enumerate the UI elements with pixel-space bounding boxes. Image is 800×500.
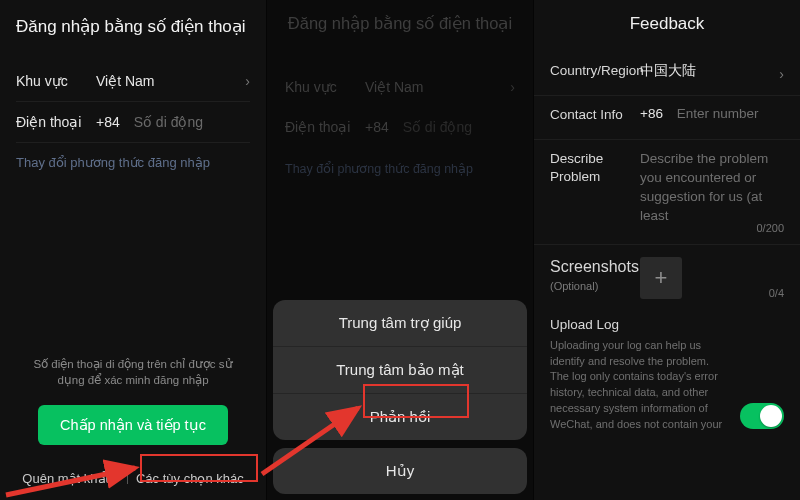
page-title: Đăng nhập bằng số điện thoại	[0, 0, 266, 37]
feedback-describe-row[interactable]: Describe Problem Describe the problem yo…	[534, 140, 800, 245]
region-label: Khu vực	[16, 73, 88, 89]
phone-row[interactable]: Điện thoại +84 Số di động	[0, 102, 266, 142]
accept-continue-button[interactable]: Chấp nhận và tiếp tục	[38, 405, 228, 445]
screenshots-optional: (Optional)	[550, 279, 632, 293]
sheet-security-center[interactable]: Trung tâm bảo mật	[273, 347, 527, 393]
describe-counter: 0/200	[756, 222, 784, 234]
contact-label: Contact Info	[550, 106, 632, 124]
sheet-help-center[interactable]: Trung tâm trợ giúp	[273, 300, 527, 346]
switch-login-method-link[interactable]: Thay đổi phương thức đăng nhập	[0, 143, 266, 170]
login-panel-with-sheet: Đăng nhập bằng số điện thoại Khu vực Việ…	[267, 0, 534, 500]
toggle-knob	[760, 405, 782, 427]
upload-log-label: Upload Log	[550, 317, 784, 332]
phone-input-wrap[interactable]: +84 Số di động	[88, 114, 250, 130]
feedback-region-row[interactable]: Country/Region 中国大陆 ›	[534, 52, 800, 96]
region-row[interactable]: Khu vực Việt Nam ›	[0, 61, 266, 101]
contact-prefix: +86	[640, 106, 663, 121]
sheet-feedback[interactable]: Phản hồi	[273, 394, 527, 440]
upload-log-toggle[interactable]	[740, 403, 784, 429]
add-screenshot-button[interactable]: +	[640, 257, 682, 299]
feedback-upload-log-row: Upload Log Uploading your log can help u…	[534, 305, 800, 450]
feedback-panel: Feedback Country/Region 中国大陆 › Contact I…	[534, 0, 800, 500]
action-sheet: Trung tâm trợ giúp Trung tâm bảo mật Phả…	[273, 300, 527, 494]
feedback-screenshots-row: Screenshots (Optional) + 0/4	[534, 245, 800, 305]
chevron-right-icon: ›	[779, 66, 784, 82]
phone-prefix: +84	[96, 114, 120, 130]
contact-placeholder: Enter number	[677, 106, 759, 121]
phone-label: Điện thoại	[16, 114, 88, 130]
disclaimer-text: Số điện thoại di động trên chỉ được sử d…	[16, 356, 250, 389]
chevron-right-icon: ›	[245, 73, 250, 89]
region-label: Country/Region	[550, 62, 632, 80]
feedback-contact-row[interactable]: Contact Info +86 Enter number	[534, 96, 800, 140]
describe-label: Describe Problem	[550, 150, 632, 185]
screenshots-label: Screenshots	[550, 258, 639, 275]
region-value: Việt Nam	[88, 73, 245, 89]
feedback-title: Feedback	[534, 0, 800, 52]
screenshots-counter: 0/4	[769, 287, 784, 299]
phone-placeholder: Số di động	[134, 114, 203, 130]
phone-row-dim: Điện thoại +84 Số di động	[267, 107, 533, 147]
region-row-dim: Khu vực Việt Nam ›	[267, 67, 533, 107]
region-value: 中国大陆	[640, 63, 696, 78]
login-panel: Đăng nhập bằng số điện thoại Khu vực Việ…	[0, 0, 267, 500]
describe-placeholder: Describe the problem you encountered or …	[640, 150, 784, 226]
sheet-cancel[interactable]: Hủy	[273, 448, 527, 494]
forgot-password-link[interactable]: Quên mật khẩu?	[22, 471, 120, 486]
chevron-right-icon: ›	[510, 79, 515, 95]
page-title-dim: Đăng nhập bằng số điện thoại	[267, 0, 533, 33]
plus-icon: +	[655, 265, 668, 291]
more-options-link[interactable]: Các tùy chọn khác	[136, 471, 244, 486]
